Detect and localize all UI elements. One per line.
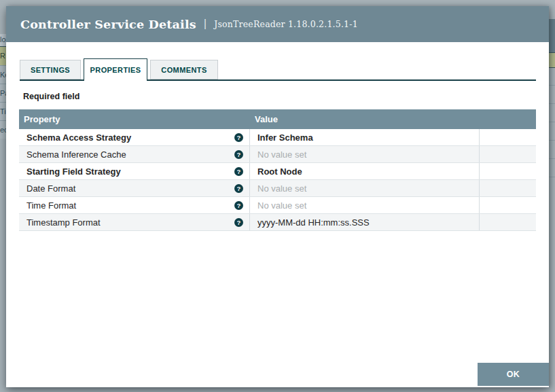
dialog-header: Controller Service Details | JsonTreeRea… xyxy=(6,6,549,42)
question-circle-icon[interactable] xyxy=(234,184,243,193)
table-row: Time Format No value set xyxy=(19,197,536,214)
background-right-line xyxy=(549,177,555,177)
dialog-tab-bar: SETTINGS PROPERTIES COMMENTS xyxy=(20,57,536,81)
properties-table: Property Value Schema Access Strategy In… xyxy=(19,109,536,231)
question-circle-icon[interactable] xyxy=(234,150,243,159)
tab-settings-label: SETTINGS xyxy=(31,66,70,74)
background-right-line xyxy=(549,158,555,159)
background-row-text: Ti xyxy=(0,107,6,115)
row-extra-cell xyxy=(480,197,536,213)
property-value: Root Node xyxy=(257,166,302,177)
question-circle-icon[interactable] xyxy=(234,167,243,176)
row-extra-cell xyxy=(480,163,536,179)
background-right-line xyxy=(549,85,555,86)
property-value: No value set xyxy=(257,183,306,194)
tab-settings[interactable]: SETTINGS xyxy=(20,60,81,79)
tab-comments[interactable]: COMMENTS xyxy=(150,60,218,79)
tab-properties-label: PROPERTIES xyxy=(90,66,141,74)
column-header-value: Value xyxy=(250,114,480,124)
question-circle-icon[interactable] xyxy=(234,218,243,227)
row-extra-cell xyxy=(480,129,536,145)
property-name: Date Format xyxy=(26,183,75,194)
column-header-property: Property xyxy=(19,114,250,124)
background-right-line xyxy=(549,122,555,122)
row-extra-cell xyxy=(480,146,536,162)
controller-service-details-dialog: Controller Service Details | JsonTreeRea… xyxy=(6,6,549,387)
dialog-subtitle: JsonTreeReader 1.18.0.2.1.5.1-1 xyxy=(214,19,358,29)
background-right-line xyxy=(549,103,555,104)
table-row: Timestamp Format yyyy-MM-dd HH:mm:ss.SSS xyxy=(19,214,536,231)
ok-button[interactable]: OK xyxy=(478,363,549,386)
tab-properties[interactable]: PROPERTIES xyxy=(84,58,147,81)
property-value: No value set xyxy=(257,200,306,211)
tab-comments-label: COMMENTS xyxy=(161,66,207,74)
property-name: Starting Field Strategy xyxy=(26,166,121,177)
question-circle-icon[interactable] xyxy=(234,133,243,142)
property-name: Time Format xyxy=(26,200,76,211)
property-value: Infer Schema xyxy=(257,132,313,143)
property-name: Schema Access Strategy xyxy=(26,132,131,143)
dialog-title: Controller Service Details xyxy=(20,18,196,31)
background-right-header xyxy=(549,19,555,52)
property-name: Timestamp Format xyxy=(26,217,101,228)
table-row: Starting Field Strategy Root Node xyxy=(19,163,536,180)
row-extra-cell xyxy=(480,180,536,196)
table-row: Schema Inference Cache No value set xyxy=(19,146,536,163)
property-name: Schema Inference Cache xyxy=(26,149,126,160)
background-right-highlight xyxy=(549,52,555,68)
table-row: Date Format No value set xyxy=(19,180,536,197)
table-row: Schema Access Strategy Infer Schema xyxy=(19,129,536,146)
title-separator: | xyxy=(204,17,207,31)
question-circle-icon[interactable] xyxy=(234,201,243,210)
background-right-line xyxy=(549,140,555,141)
background-row-text: lo xyxy=(0,35,6,43)
row-extra-cell xyxy=(480,214,536,230)
property-value: No value set xyxy=(257,149,306,160)
property-value: yyyy-MM-dd HH:mm:ss.SSS xyxy=(257,217,370,228)
background-row-text: R xyxy=(0,52,5,60)
required-field-label: Required field xyxy=(23,92,79,101)
properties-table-header: Property Value xyxy=(19,109,536,129)
